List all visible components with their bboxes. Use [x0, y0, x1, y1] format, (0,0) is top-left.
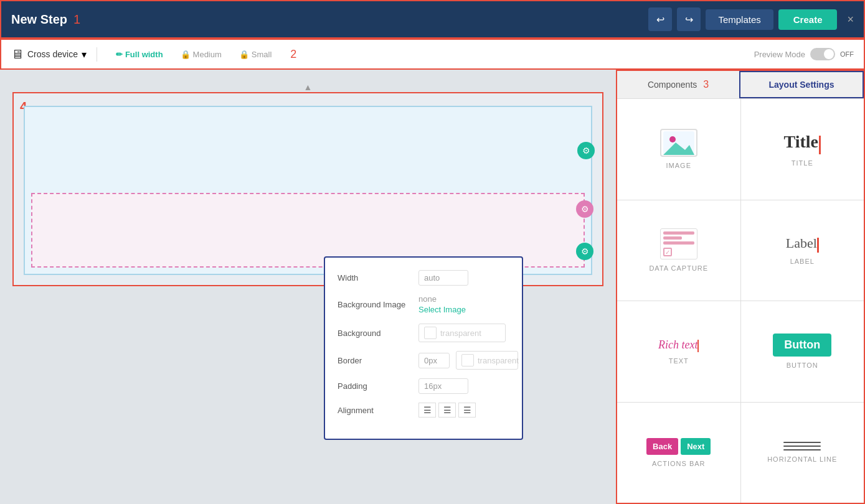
- button-label: BUTTON: [787, 362, 818, 369]
- top-bar-actions: ↩ ↪ Templates Create ×: [648, 7, 854, 31]
- title-cursor: [819, 136, 821, 154]
- layout-settings-popup: Width Background Image none Select Image…: [324, 256, 523, 440]
- components-grid: IMAGE Title TITLE ✓ DATA CA: [617, 99, 864, 503]
- tab-components[interactable]: Components 3: [617, 71, 739, 98]
- hline-3: [783, 449, 821, 450]
- data-capture-label: DATA CAPTURE: [649, 264, 708, 272]
- step-number-1: 1: [73, 12, 80, 27]
- right-panel: Components 3 Layout Settings IMAGE: [616, 70, 865, 504]
- bg-image-label: Background Image: [338, 300, 412, 309]
- width-label: Width: [338, 273, 412, 282]
- border-row: Border transparent: [338, 351, 509, 370]
- canvas-section[interactable]: ⚙ ⚙ ⚙: [24, 106, 592, 275]
- padding-row: Padding: [338, 378, 509, 394]
- scroll-up-indicator: ▲: [12, 82, 603, 92]
- component-text[interactable]: Rich text TEXT: [617, 301, 740, 402]
- data-capture-icon: ✓: [660, 228, 697, 259]
- align-right-button[interactable]: ☰: [458, 403, 476, 418]
- title-label: TITLE: [792, 159, 813, 167]
- richtext-cursor: [697, 340, 699, 352]
- main-layout: ▲ 4 ⚙ ⚙ ⚙ Width Backgrou: [0, 70, 865, 504]
- component-label[interactable]: Label LABEL: [741, 200, 864, 301]
- label-label: LABEL: [790, 258, 815, 265]
- create-button[interactable]: Create: [778, 9, 838, 30]
- border-color-swatch: [461, 354, 474, 366]
- component-image[interactable]: IMAGE: [617, 99, 740, 200]
- alignment-label: Alignment: [338, 406, 412, 415]
- back-preview: Back: [646, 438, 678, 455]
- border-color-input[interactable]: transparent: [456, 351, 518, 370]
- next-preview: Next: [681, 438, 711, 455]
- background-input[interactable]: transparent: [418, 324, 506, 342]
- bg-image-row: Background Image none Select Image: [338, 294, 509, 315]
- component-horizontal-line[interactable]: HORIZONTAL LINE: [741, 403, 864, 503]
- bg-image-none: none: [418, 294, 466, 304]
- monitor-icon: 🖥: [11, 47, 24, 62]
- lock-icon-medium: 🔒: [181, 50, 191, 59]
- canvas-top-row[interactable]: ⚙: [31, 113, 585, 188]
- border-label: Border: [338, 356, 412, 365]
- chevron-down-icon: ▾: [82, 49, 87, 60]
- panel-tabs: Components 3 Layout Settings: [617, 71, 864, 99]
- preview-toggle[interactable]: [810, 48, 835, 60]
- title-preview: Title: [784, 132, 821, 154]
- background-label: Background: [338, 329, 412, 338]
- gear-top-button[interactable]: ⚙: [577, 142, 595, 159]
- svg-point-1: [669, 136, 676, 142]
- templates-button[interactable]: Templates: [706, 9, 773, 30]
- component-button[interactable]: Button BUTTON: [741, 301, 864, 402]
- select-image-link[interactable]: Select Image: [418, 305, 466, 314]
- small-width-button[interactable]: 🔒 Small: [230, 46, 281, 63]
- pencil-icon: ✏: [116, 50, 123, 59]
- dc-line-1: [663, 231, 694, 235]
- medium-width-button[interactable]: 🔒 Medium: [172, 46, 230, 63]
- redo-button[interactable]: ↪: [677, 7, 701, 31]
- bg-image-values: none Select Image: [418, 294, 466, 315]
- padding-input[interactable]: [418, 378, 468, 394]
- step-number-2: 2: [290, 48, 296, 61]
- page-title: New Step: [11, 12, 67, 27]
- rich-text-preview: Rich text: [658, 338, 699, 352]
- dc-check: ✓: [663, 248, 672, 256]
- width-input[interactable]: [418, 270, 468, 286]
- width-row: Width: [338, 270, 509, 286]
- actions-bar-preview: Back Next: [646, 438, 711, 455]
- step-number-3: 3: [703, 79, 709, 90]
- button-preview: Button: [773, 334, 831, 357]
- close-button[interactable]: ×: [847, 13, 854, 26]
- toolbar: 🖥 Cross device ▾ ✏ Full width 🔒 Medium 🔒…: [0, 39, 865, 70]
- preview-mode-label: Preview Mode: [754, 50, 805, 59]
- toggle-knob: [824, 49, 834, 59]
- preview-mode-control: Preview Mode OFF: [754, 48, 854, 60]
- padding-label: Padding: [338, 381, 412, 391]
- component-actions-bar[interactable]: Back Next ACTIONS BAR: [617, 403, 740, 503]
- horizontal-line-label: HORIZONTAL LINE: [767, 455, 837, 463]
- undo-button[interactable]: ↩: [648, 7, 672, 31]
- align-center-button[interactable]: ☰: [438, 403, 456, 418]
- border-px-input[interactable]: [418, 353, 450, 368]
- label-cursor: [817, 238, 819, 253]
- full-width-button[interactable]: ✏ Full width: [107, 46, 172, 63]
- align-left-button[interactable]: ☰: [418, 403, 436, 418]
- label-preview: Label: [786, 235, 819, 253]
- border-color-placeholder: transparent: [478, 356, 519, 365]
- text-label: TEXT: [669, 357, 689, 365]
- image-icon: [660, 129, 697, 157]
- canvas-area[interactable]: ▲ 4 ⚙ ⚙ ⚙ Width Backgrou: [0, 70, 616, 504]
- gear-mid-button[interactable]: ⚙: [576, 200, 593, 218]
- toggle-off-label: OFF: [840, 50, 854, 58]
- device-selector[interactable]: 🖥 Cross device ▾: [11, 47, 97, 62]
- image-label: IMAGE: [666, 162, 691, 169]
- hline-2: [783, 446, 821, 447]
- tab-layout-settings[interactable]: Layout Settings: [739, 71, 864, 98]
- gear-bot-button[interactable]: ⚙: [576, 243, 593, 260]
- width-options: ✏ Full width 🔒 Medium 🔒 Small: [97, 46, 280, 63]
- hline-preview: [783, 442, 821, 450]
- dc-line-2: [663, 236, 682, 240]
- background-row: Background transparent: [338, 324, 509, 342]
- component-data-capture[interactable]: ✓ DATA CAPTURE: [617, 200, 740, 301]
- device-label: Cross device: [27, 49, 78, 59]
- lock-icon-small: 🔒: [239, 50, 249, 59]
- hline-1: [783, 442, 821, 443]
- component-title[interactable]: Title TITLE: [741, 99, 864, 200]
